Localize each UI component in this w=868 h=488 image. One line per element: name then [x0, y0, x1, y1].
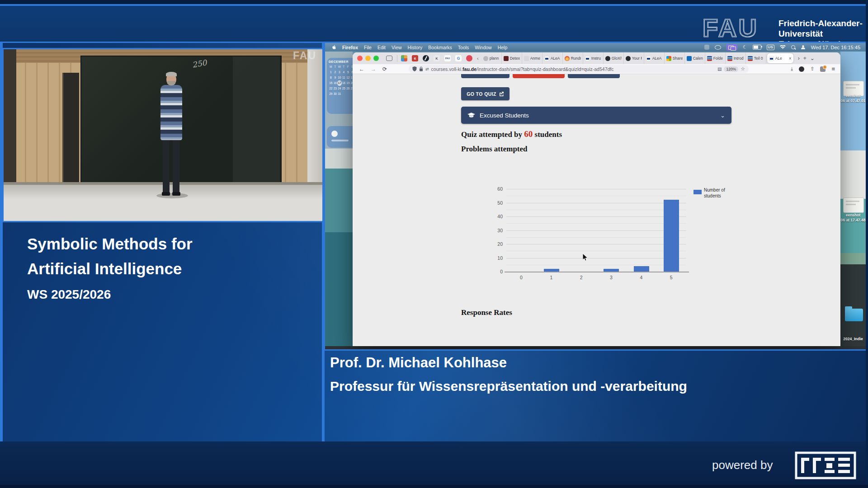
presenter-chair: Professur für Wissensrepräsentation und … [330, 379, 687, 394]
desktop-folder-icon[interactable] [845, 309, 863, 321]
page-zoom-badge[interactable]: 120% [724, 66, 738, 72]
bookmark-star-icon[interactable]: ☆ [741, 66, 745, 72]
partial-button[interactable] [568, 74, 620, 78]
forward-button[interactable]: → [371, 66, 376, 72]
y-axis-tick-label: 60 [488, 186, 503, 192]
minor-gridline [506, 196, 686, 196]
menubar-item-help[interactable]: Help [498, 45, 508, 50]
lock-icon[interactable] [419, 66, 423, 71]
scroll-tabs-right-icon[interactable]: › [798, 55, 800, 61]
pinned-tab-fau-icon[interactable]: FAU [444, 55, 451, 61]
powered-by-label: powered by [712, 458, 773, 472]
menubar-item-file[interactable]: File [364, 45, 372, 50]
menubar-item-history[interactable]: History [408, 45, 423, 50]
pinned-tab-colorful-icon[interactable] [401, 55, 407, 61]
pinned-tab-kiwi-icon[interactable]: K [434, 55, 440, 61]
menubar-item-tools[interactable]: Tools [458, 45, 469, 50]
calendar-day: 19 [346, 80, 350, 86]
browser-tab-12[interactable]: Introd [726, 52, 746, 64]
browser-tab-8[interactable]: ALeA [644, 52, 665, 64]
browser-tab-9[interactable]: Share [665, 52, 685, 64]
partial-button[interactable] [461, 74, 509, 78]
downloads-icon[interactable]: ⤓ [791, 66, 793, 72]
menubar-clock[interactable]: Wed 17. Dec 16:15:45 [811, 45, 860, 50]
battery-icon[interactable] [753, 45, 761, 50]
browser-tab-1[interactable]: Detex [502, 52, 522, 64]
menubar-item-window[interactable]: Window [475, 45, 491, 50]
browser-tab-2[interactable]: Anme [522, 52, 542, 64]
partial-button-red[interactable] [513, 74, 565, 78]
account-icon[interactable] [799, 66, 804, 72]
url-text[interactable]: courses.voll-ki.fau.de/instructor-dash/s… [431, 66, 614, 72]
tab-overview-icon[interactable] [386, 56, 392, 61]
excused-students-accordion[interactable]: Excused Students ⌄ [461, 107, 731, 124]
browser-tab-14[interactable]: ALe× [767, 53, 793, 63]
major-gridline [506, 189, 686, 189]
app-status-icon[interactable] [704, 45, 709, 50]
back-button[interactable]: ← [359, 66, 364, 72]
fullscreen-window-button[interactable] [373, 56, 379, 61]
calendar-day: 12 [346, 75, 350, 80]
close-tab-icon[interactable]: × [789, 56, 792, 61]
toolbar-right-icons: ⤓ ⇧ ≡ [791, 66, 840, 72]
url-bar[interactable]: ⇄ courses.voll-ki.fau.de/instructor-dash… [409, 65, 749, 73]
screenshot-label-line2: 06 at 07.47.01 [840, 99, 866, 103]
pinned-tab-red-icon[interactable]: 6 [412, 55, 418, 61]
calendar-day: 15 [329, 80, 333, 86]
spotlight-search-icon[interactable] [791, 45, 795, 49]
calendar-day: 8 [329, 75, 333, 80]
menubar-item-bookmarks[interactable]: Bookmarks [428, 45, 452, 50]
menubar-item-view[interactable]: View [392, 45, 402, 50]
user-switcher-icon[interactable] [801, 45, 806, 50]
bar-category-4 [634, 266, 649, 272]
status-oval-icon[interactable] [715, 45, 721, 50]
browser-tab-0[interactable]: plann [481, 52, 502, 64]
calendar-weekday: M [329, 64, 333, 70]
chalk-writing: 250 [192, 58, 208, 69]
y-axis-tick-label: 50 [488, 200, 503, 206]
right-edge [866, 0, 868, 488]
calendar-day: 31 [337, 91, 342, 97]
browser-tab-13[interactable]: Teil 0 [746, 52, 766, 64]
navigation-toolbar: ← → ⟳ ⇄ courses.voll-ki.fau.de/instructo… [353, 64, 840, 74]
desktop-screenshot-thumbnail[interactable] [843, 197, 864, 213]
screen-mirroring-icon[interactable] [726, 44, 737, 51]
reload-button[interactable]: ⟳ [382, 66, 387, 72]
browser-tab-11[interactable]: Folde [705, 52, 726, 64]
scroll-tabs-left-icon[interactable]: ‹ [477, 56, 479, 61]
x-axis-tick-label: 1 [536, 275, 566, 280]
minimize-window-button[interactable] [365, 56, 371, 61]
new-tab-button[interactable]: + [803, 55, 807, 61]
calendar-day: 1 [329, 70, 333, 75]
app-menu-icon[interactable]: ≡ [831, 66, 835, 72]
share-icon[interactable]: ⇧ [810, 66, 814, 72]
apple-icon[interactable] [331, 44, 336, 50]
browser-tab-3[interactable]: ALeA [542, 52, 563, 64]
menubar-item-firefox[interactable]: Firefox [342, 45, 358, 50]
browser-tab-4[interactable]: Rundr [563, 52, 583, 64]
go-to-quiz-button[interactable]: GO TO QUIZ [461, 87, 509, 100]
browser-tab-5[interactable]: Instru [583, 52, 604, 64]
list-tabs-icon[interactable]: ⌄ [810, 55, 815, 61]
wifi-icon[interactable] [780, 45, 786, 50]
pinned-tab-dark-icon[interactable] [423, 55, 429, 61]
do-not-disturb-icon[interactable]: ☾ [743, 44, 747, 50]
pinned-tab-heart-icon[interactable] [466, 55, 472, 61]
browser-tab-7[interactable]: Your F [624, 52, 644, 64]
y-axis-tick-label: 30 [488, 228, 503, 233]
browser-tab-10[interactable]: Calen [685, 52, 705, 64]
pinned-tab-google-icon[interactable]: G [455, 55, 462, 61]
calendar-day: 9 [333, 75, 338, 80]
wall-pillar [307, 49, 322, 185]
input-source-badge[interactable]: US [767, 45, 774, 50]
menubar-item-edit[interactable]: Edit [377, 45, 386, 50]
firefox-window: 6KFAUG ‹ plannDetexAnmeALeARundrInstruGl… [353, 52, 840, 346]
tab-strip: 6KFAUG ‹ plannDetexAnmeALeARundrInstruGl… [353, 52, 840, 64]
browser-tab-6[interactable]: GloX/t [604, 52, 624, 64]
close-window-button[interactable] [357, 56, 363, 61]
extensions-icon[interactable] [820, 66, 826, 72]
permissions-icon[interactable]: ⇄ [425, 67, 429, 71]
reader-mode-icon[interactable]: ▤ [717, 66, 722, 71]
x-axis-line [505, 272, 689, 272]
tracking-shield-icon[interactable] [412, 66, 417, 71]
